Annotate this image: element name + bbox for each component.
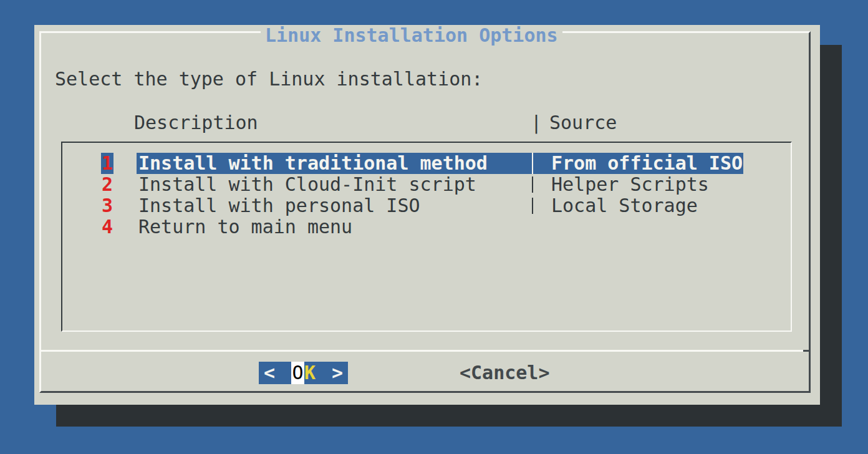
button-area-separator [39, 350, 811, 352]
column-header-row: Description | Source [34, 112, 820, 133]
dialog-title: Linux Installation Options [261, 25, 562, 46]
item-description: Return to main menu [138, 216, 352, 238]
ok-hotkey-cursor: O [291, 362, 304, 384]
menu-item-personal-iso[interactable]: 3 Install with personal ISO Local Storag… [34, 195, 820, 216]
item-source: From official ISO [551, 153, 743, 174]
column-header-source: Source [549, 112, 617, 133]
ok-button[interactable]: < O K > [259, 362, 348, 384]
item-description: Install with personal ISO [138, 195, 420, 216]
item-source: Local Storage [551, 195, 698, 216]
item-number: 3 [101, 195, 113, 216]
column-header-description: Description [134, 112, 258, 133]
column-separator [532, 176, 533, 193]
item-number: 4 [101, 216, 113, 238]
menu-item-return-main-menu[interactable]: 4 Return to main menu [34, 216, 820, 238]
item-description: Install with traditional method [138, 153, 488, 174]
column-separator [532, 198, 533, 214]
item-number: 1 [101, 153, 113, 174]
menu-item-cloud-init[interactable]: 2 Install with Cloud-Init script Helper … [34, 174, 820, 195]
item-source: Helper Scripts [551, 174, 709, 195]
cancel-button[interactable]: <Cancel> [460, 362, 550, 384]
menu-item-install-traditional[interactable]: 1 Install with traditional method From o… [34, 153, 820, 174]
ok-bracket-left: < [264, 362, 275, 384]
item-number: 2 [101, 174, 113, 195]
terminal-screen: Linux Installation Options Select the ty… [0, 0, 868, 454]
dialog-window: Linux Installation Options Select the ty… [34, 25, 820, 405]
item-description: Install with Cloud-Init script [138, 174, 476, 195]
prompt-text: Select the type of Linux installation: [55, 69, 483, 90]
ok-bracket-right: > [332, 362, 343, 384]
ok-label-rest: K [304, 362, 316, 384]
column-header-divider: | [531, 112, 542, 133]
column-separator [532, 153, 533, 174]
